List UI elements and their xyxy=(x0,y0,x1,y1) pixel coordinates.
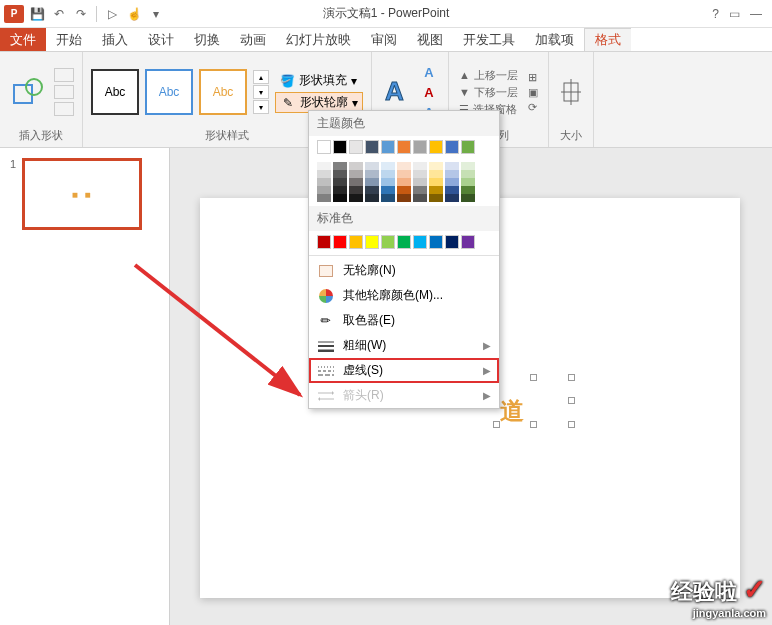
color-swatch[interactable] xyxy=(365,140,379,154)
color-swatch[interactable] xyxy=(381,170,395,178)
save-icon[interactable]: 💾 xyxy=(28,5,46,23)
color-swatch[interactable] xyxy=(333,235,347,249)
tab-review[interactable]: 审阅 xyxy=(361,28,407,51)
shape-style-1[interactable]: Abc xyxy=(91,69,139,115)
edit-shape-button[interactable] xyxy=(54,68,74,82)
color-swatch[interactable] xyxy=(429,140,443,154)
color-swatch[interactable] xyxy=(381,178,395,186)
tab-slideshow[interactable]: 幻灯片放映 xyxy=(276,28,361,51)
color-swatch[interactable] xyxy=(381,235,395,249)
tab-transitions[interactable]: 切换 xyxy=(184,28,230,51)
color-swatch[interactable] xyxy=(365,162,379,170)
color-swatch[interactable] xyxy=(445,162,459,170)
text-box-button[interactable] xyxy=(54,85,74,99)
more-outline-colors-item[interactable]: 其他轮廓颜色(M)... xyxy=(309,283,499,308)
color-swatch[interactable] xyxy=(461,194,475,202)
color-swatch[interactable] xyxy=(397,194,411,202)
color-swatch[interactable] xyxy=(461,178,475,186)
no-outline-item[interactable]: 无轮廓(N) xyxy=(309,258,499,283)
color-swatch[interactable] xyxy=(349,162,363,170)
wordart-gallery[interactable]: A xyxy=(380,72,412,112)
color-swatch[interactable] xyxy=(461,186,475,194)
qat-more-icon[interactable]: ▾ xyxy=(147,5,165,23)
merge-shapes-button[interactable] xyxy=(54,102,74,116)
send-backward-button[interactable]: ▼下移一层 xyxy=(457,85,520,100)
color-swatch[interactable] xyxy=(317,140,331,154)
start-slideshow-icon[interactable]: ▷ xyxy=(103,5,121,23)
color-swatch[interactable] xyxy=(333,178,347,186)
color-swatch[interactable] xyxy=(365,186,379,194)
dashes-item[interactable]: 虚线(S) ▶ xyxy=(309,358,499,383)
tab-insert[interactable]: 插入 xyxy=(92,28,138,51)
style-gallery-expand[interactable]: ▾ xyxy=(253,100,269,114)
color-swatch[interactable] xyxy=(429,186,443,194)
minimize-icon[interactable]: — xyxy=(750,7,762,21)
color-swatch[interactable] xyxy=(365,194,379,202)
color-swatch[interactable] xyxy=(445,140,459,154)
color-swatch[interactable] xyxy=(317,170,331,178)
rotate-button[interactable]: ⟳ xyxy=(526,101,540,114)
color-swatch[interactable] xyxy=(349,194,363,202)
text-outline-button[interactable]: A xyxy=(418,83,440,101)
align-button[interactable]: ⊞ xyxy=(526,71,540,84)
color-swatch[interactable] xyxy=(349,235,363,249)
size-button[interactable] xyxy=(557,72,585,112)
color-swatch[interactable] xyxy=(349,170,363,178)
color-swatch[interactable] xyxy=(413,186,427,194)
color-swatch[interactable] xyxy=(349,140,363,154)
color-swatch[interactable] xyxy=(413,140,427,154)
redo-icon[interactable]: ↷ xyxy=(72,5,90,23)
color-swatch[interactable] xyxy=(381,194,395,202)
color-swatch[interactable] xyxy=(397,186,411,194)
color-swatch[interactable] xyxy=(429,235,443,249)
ribbon-toggle-icon[interactable]: ▭ xyxy=(729,7,740,21)
color-swatch[interactable] xyxy=(317,178,331,186)
color-swatch[interactable] xyxy=(429,178,443,186)
color-swatch[interactable] xyxy=(317,235,331,249)
shape-style-2[interactable]: Abc xyxy=(145,69,193,115)
style-scroll-down[interactable]: ▾ xyxy=(253,85,269,99)
color-swatch[interactable] xyxy=(413,170,427,178)
color-swatch[interactable] xyxy=(349,186,363,194)
color-swatch[interactable] xyxy=(365,178,379,186)
color-swatch[interactable] xyxy=(397,235,411,249)
tab-view[interactable]: 视图 xyxy=(407,28,453,51)
color-swatch[interactable] xyxy=(429,194,443,202)
shape-fill-button[interactable]: 🪣 形状填充 ▾ xyxy=(275,71,363,90)
color-swatch[interactable] xyxy=(445,194,459,202)
slide-thumbnail[interactable]: ■ ■ xyxy=(22,158,142,230)
color-swatch[interactable] xyxy=(333,170,347,178)
color-swatch[interactable] xyxy=(333,162,347,170)
color-swatch[interactable] xyxy=(397,162,411,170)
color-swatch[interactable] xyxy=(429,162,443,170)
color-swatch[interactable] xyxy=(365,235,379,249)
group-button[interactable]: ▣ xyxy=(526,86,540,99)
tab-design[interactable]: 设计 xyxy=(138,28,184,51)
color-swatch[interactable] xyxy=(429,170,443,178)
color-swatch[interactable] xyxy=(413,235,427,249)
color-swatch[interactable] xyxy=(349,178,363,186)
color-swatch[interactable] xyxy=(461,162,475,170)
color-swatch[interactable] xyxy=(445,186,459,194)
weight-item[interactable]: 粗细(W) ▶ xyxy=(309,333,499,358)
color-swatch[interactable] xyxy=(413,178,427,186)
bring-forward-button[interactable]: ▲上移一层 xyxy=(457,68,520,83)
tab-developer[interactable]: 开发工具 xyxy=(453,28,525,51)
color-swatch[interactable] xyxy=(333,140,347,154)
undo-icon[interactable]: ↶ xyxy=(50,5,68,23)
color-swatch[interactable] xyxy=(413,194,427,202)
color-swatch[interactable] xyxy=(365,170,379,178)
color-swatch[interactable] xyxy=(381,186,395,194)
color-swatch[interactable] xyxy=(381,140,395,154)
tab-format[interactable]: 格式 xyxy=(584,28,631,51)
tab-addins[interactable]: 加载项 xyxy=(525,28,584,51)
color-swatch[interactable] xyxy=(317,162,331,170)
color-swatch[interactable] xyxy=(461,235,475,249)
color-swatch[interactable] xyxy=(333,194,347,202)
color-swatch[interactable] xyxy=(445,178,459,186)
color-swatch[interactable] xyxy=(397,178,411,186)
tab-home[interactable]: 开始 xyxy=(46,28,92,51)
thumbnail-row[interactable]: 1 ■ ■ xyxy=(10,158,159,230)
color-swatch[interactable] xyxy=(381,162,395,170)
shapes-gallery-icon[interactable] xyxy=(8,67,48,117)
